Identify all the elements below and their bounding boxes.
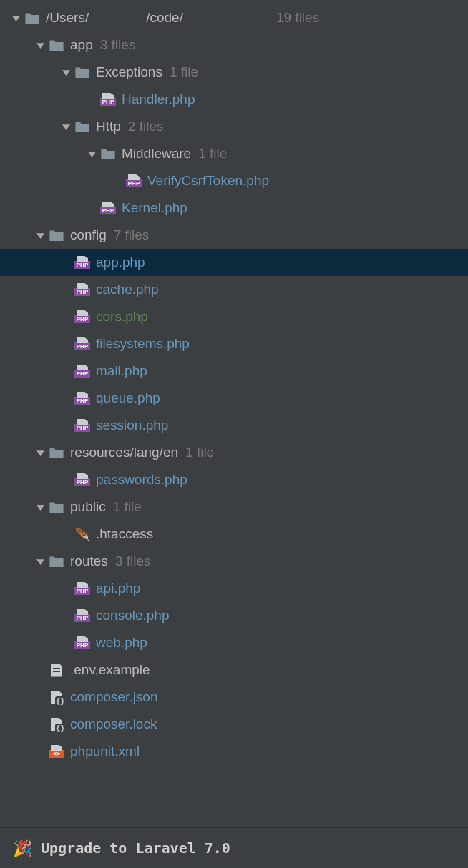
folder-icon [24,11,40,25]
tree-item-name: Http [96,119,121,134]
file-tree: /Users//code/ 19 files app3 filesExcepti… [0,0,468,765]
tree-row[interactable]: Exceptions1 file [0,59,468,86]
tree-row[interactable]: 🪶.htaccess [0,521,468,548]
php-file-icon: PHP [74,255,90,270]
tree-item-name: composer.lock [70,716,157,732]
tree-row[interactable]: public1 file [0,493,468,521]
folder-icon [49,554,64,568]
tree-row[interactable]: PHPHandler.php [0,86,468,113]
svg-marker-6 [36,450,44,456]
svg-marker-5 [36,233,44,239]
htaccess-file-icon: 🪶 [74,527,90,541]
xml-file-icon: <> [49,744,64,759]
tree-row[interactable]: resources/lang/en1 file [0,439,468,466]
tree-row[interactable]: PHPqueue.php [0,385,468,412]
chevron-down-icon[interactable] [34,41,46,49]
file-count: 1 file [170,64,198,80]
tree-row[interactable]: PHPpasswords.php [0,466,468,493]
tree-row[interactable]: <>phpunit.xml [0,738,468,765]
svg-marker-1 [36,43,44,49]
tree-row[interactable]: .env.example [0,656,468,684]
tree-item-name: cors.php [96,309,148,325]
tree-item-name: VerifyCsrfToken.php [147,173,269,189]
tree-item-name: routes [70,553,108,569]
tree-row[interactable]: PHPapp.php [0,249,468,276]
tree-row[interactable]: PHPweb.php [0,629,468,656]
folder-icon [49,228,64,242]
tree-item-name: session.php [96,418,168,433]
upgrade-text: Upgrade to Laravel 7.0 [41,839,230,857]
file-count: 19 files [276,10,319,26]
tree-row[interactable]: Http2 files [0,113,468,140]
svg-marker-8 [36,559,44,565]
tree-row[interactable]: PHPfilesystems.php [0,330,468,357]
tree-item-name: cache.php [96,282,159,297]
php-file-icon: PHP [74,636,90,650]
tree-item-name: config [70,227,107,243]
chevron-down-icon[interactable] [60,69,72,77]
svg-marker-3 [62,124,70,130]
upgrade-banner[interactable]: 🎉 Upgrade to Laravel 7.0 [0,828,468,868]
chevron-down-icon[interactable] [86,150,97,158]
tree-root-row[interactable]: /Users//code/ 19 files [0,4,468,31]
chevron-down-icon[interactable] [34,503,46,511]
file-count: 3 files [100,37,136,53]
tree-row[interactable]: PHPconsole.php [0,602,468,629]
tree-row[interactable]: PHPmail.php [0,357,468,385]
svg-marker-4 [88,152,96,157]
file-count: 7 files [114,227,150,243]
php-file-icon: PHP [74,473,90,487]
tree-item-name: Middleware [122,146,191,162]
chevron-down-icon[interactable] [34,558,46,566]
chevron-down-icon[interactable] [34,232,46,240]
tree-row[interactable]: Middleware1 file [0,140,468,167]
tree-item-name: queue.php [96,390,160,406]
tree-item-name: resources/lang/en [70,445,178,460]
file-count: 2 files [128,119,164,134]
php-file-icon: PHP [74,337,90,351]
tree-row[interactable]: PHPKernel.php [0,194,468,222]
folder-icon [49,445,64,460]
tree-item-name: filesystems.php [96,336,190,352]
tree-item-name: .env.example [70,662,150,678]
folder-icon [100,147,116,161]
root-path: /Users//code/ [46,10,269,26]
chevron-down-icon[interactable] [60,123,72,131]
tree-row[interactable]: PHPcache.php [0,276,468,303]
php-file-icon: PHP [126,174,142,188]
tree-item-name: console.php [96,608,169,623]
chevron-down-icon[interactable] [10,14,21,22]
php-file-icon: PHP [74,282,90,297]
tree-item-name: Handler.php [122,92,195,107]
php-file-icon: PHP [74,364,90,378]
tree-item-name: app.php [96,255,145,270]
php-file-icon: PHP [74,608,90,623]
tree-row[interactable]: {}composer.json [0,684,468,711]
tree-item-name: public [70,499,106,515]
party-popper-icon: 🎉 [13,839,32,857]
svg-marker-7 [36,505,44,511]
tree-row[interactable]: app3 files [0,31,468,59]
tree-row[interactable]: {}composer.lock [0,711,468,738]
tree-row[interactable]: routes3 files [0,548,468,575]
php-file-icon: PHP [74,391,90,405]
file-count: 1 file [198,146,227,162]
tree-item-name: api.php [96,581,140,596]
json-file-icon: {} [49,690,64,704]
file-count: 3 files [115,553,151,569]
tree-row[interactable]: PHPVerifyCsrfToken.php [0,167,468,194]
json-file-icon: {} [49,717,64,731]
tree-row[interactable]: PHPapi.php [0,575,468,602]
folder-icon [49,500,64,514]
tree-item-name: Exceptions [96,64,162,80]
folder-icon [49,38,64,52]
tree-row[interactable]: config7 files [0,222,468,249]
php-file-icon: PHP [100,92,116,107]
php-file-icon: PHP [100,201,116,215]
folder-icon [74,65,90,79]
file-count: 1 file [113,499,142,515]
tree-row[interactable]: PHPcors.php [0,303,468,330]
chevron-down-icon[interactable] [34,449,46,457]
tree-row[interactable]: PHPsession.php [0,412,468,439]
file-count: 1 file [185,445,214,460]
